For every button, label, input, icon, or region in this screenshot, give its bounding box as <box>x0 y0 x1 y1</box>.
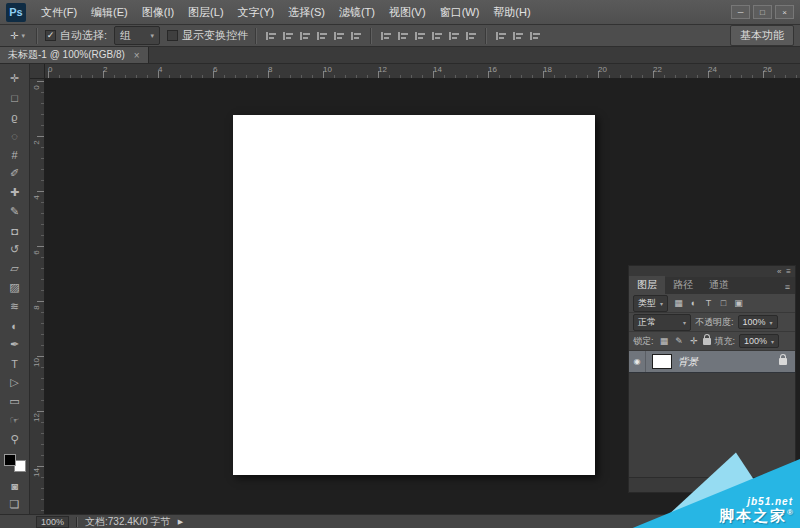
collapse-panels-icon[interactable]: « <box>777 267 781 276</box>
registered-mark: ® <box>787 508 793 517</box>
distribute-vertical-centers-icon[interactable] <box>396 30 410 42</box>
ruler-number: 14 <box>32 468 41 478</box>
crop-tool[interactable]: # <box>3 145 27 164</box>
align-left-edges-icon[interactable] <box>315 30 329 42</box>
ruler-number: 2 <box>103 65 107 74</box>
lock-position-icon[interactable]: ✛ <box>688 335 701 348</box>
marquee-tool[interactable]: □ <box>3 88 27 107</box>
layer-filter-dropdown[interactable]: 类型 ▾ <box>633 295 668 312</box>
tab-layers[interactable]: 图层 <box>629 276 665 294</box>
distribute-vertical-spacing-icon[interactable] <box>511 30 525 42</box>
menu-edit[interactable]: 编辑(E) <box>84 1 135 24</box>
shape-tool[interactable]: ▭ <box>3 392 27 411</box>
move-tool[interactable]: ✛ <box>3 69 27 88</box>
zoom-tool[interactable]: ⚲ <box>3 430 27 449</box>
blend-mode-value: 正常 <box>638 316 656 329</box>
align-right-edges-icon[interactable] <box>349 30 363 42</box>
show-transform-controls-checkbox[interactable]: 显示变换控件 <box>167 28 248 43</box>
layer-row-background[interactable]: ◉ 背景 <box>629 351 795 373</box>
panel-menu-icon[interactable]: ≡ <box>780 282 795 294</box>
menu-layer[interactable]: 图层(L) <box>181 1 230 24</box>
auto-select-checkbox[interactable]: ✓ 自动选择: <box>45 28 107 43</box>
tab-close-icon[interactable]: × <box>134 50 140 61</box>
document-tab-strip: 未标题-1 @ 100%(RGB/8) × <box>0 47 800 64</box>
document-canvas[interactable] <box>233 115 595 475</box>
horizontal-ruler[interactable]: 02468101214161820222426 <box>45 64 800 79</box>
layer-thumbnail[interactable] <box>652 354 672 369</box>
filter-smart-objects-icon[interactable]: ▣ <box>732 297 745 310</box>
filter-adjustment-layers-icon[interactable]: ◐ <box>687 297 700 310</box>
panel-dock-menu-icon[interactable]: ≡ <box>786 267 791 276</box>
menu-window[interactable]: 窗口(W) <box>433 1 487 24</box>
titlebar: Ps 文件(F)编辑(E)图像(I)图层(L)文字(Y)选择(S)滤镜(T)视图… <box>0 0 800 25</box>
menu-view[interactable]: 视图(V) <box>382 1 433 24</box>
ruler-number: 0 <box>48 65 52 74</box>
blend-mode-dropdown[interactable]: 正常 ▾ <box>633 314 691 331</box>
eraser-tool[interactable]: ▱ <box>3 259 27 278</box>
align-vertical-centers-icon[interactable] <box>281 30 295 42</box>
blur-tool[interactable]: ≋ <box>3 297 27 316</box>
quick-selection-tool[interactable]: ◌ <box>3 126 27 145</box>
align-top-edges-icon[interactable] <box>264 30 278 42</box>
opacity-dropdown[interactable]: 100% ▾ <box>738 315 778 329</box>
lock-image-pixels-icon[interactable]: ✎ <box>673 335 686 348</box>
distribute-horizontal-spacing-icon[interactable] <box>494 30 508 42</box>
auto-align-layers-icon[interactable] <box>528 30 542 42</box>
quick-mask-icon[interactable]: ◙ <box>3 476 27 495</box>
filter-pixel-layers-icon[interactable]: ▦ <box>672 297 685 310</box>
layer-filter-icons: ▦◐T□▣ <box>672 297 745 310</box>
filter-shape-layers-icon[interactable]: □ <box>717 297 730 310</box>
menu-type[interactable]: 文字(Y) <box>231 1 282 24</box>
ruler-number: 4 <box>158 65 162 74</box>
fill-value: 100% <box>744 336 767 346</box>
auto-select-target-dropdown[interactable]: 组 ▾ <box>114 26 160 45</box>
path-selection-tool[interactable]: ▷ <box>3 373 27 392</box>
menu-help[interactable]: 帮助(H) <box>486 1 537 24</box>
menu-filter[interactable]: 滤镜(T) <box>332 1 382 24</box>
align-horizontal-centers-icon[interactable] <box>332 30 346 42</box>
healing-brush-tool[interactable]: ✚ <box>3 183 27 202</box>
tool-preset-dropdown[interactable]: ✛ ▾ <box>6 29 29 42</box>
history-brush-tool[interactable]: ↺ <box>3 240 27 259</box>
menu-image[interactable]: 图像(I) <box>135 1 181 24</box>
distribute-top-edges-icon[interactable] <box>379 30 393 42</box>
color-swatches[interactable] <box>4 454 26 472</box>
status-popup-arrow-icon[interactable]: ▶ <box>178 518 183 526</box>
filter-type-layers-icon[interactable]: T <box>702 297 715 310</box>
distribute-right-edges-icon[interactable] <box>464 30 478 42</box>
document-tab[interactable]: 未标题-1 @ 100%(RGB/8) × <box>0 47 149 63</box>
distribute-left-edges-icon[interactable] <box>430 30 444 42</box>
workspace-switcher-button[interactable]: 基本功能 <box>730 25 794 46</box>
minimize-button[interactable]: ─ <box>731 5 750 19</box>
brush-tool[interactable]: ✎ <box>3 202 27 221</box>
menu-file[interactable]: 文件(F) <box>34 1 84 24</box>
align-bottom-edges-icon[interactable] <box>298 30 312 42</box>
maximize-button[interactable]: □ <box>753 5 772 19</box>
distribute-horizontal-centers-icon[interactable] <box>447 30 461 42</box>
lasso-tool[interactable]: ϱ <box>3 107 27 126</box>
menu-select[interactable]: 选择(S) <box>281 1 332 24</box>
type-tool[interactable]: T <box>3 354 27 373</box>
tab-paths[interactable]: 路径 <box>665 276 701 294</box>
layer-name[interactable]: 背景 <box>678 355 779 369</box>
ruler-corner[interactable] <box>30 64 45 79</box>
separator <box>76 517 78 527</box>
distribute-bottom-edges-icon[interactable] <box>413 30 427 42</box>
hand-tool[interactable]: ☞ <box>3 411 27 430</box>
tab-channels[interactable]: 通道 <box>701 276 737 294</box>
lock-transparent-pixels-icon[interactable]: ▦ <box>658 335 671 348</box>
dodge-tool[interactable]: ◐ <box>3 316 27 335</box>
lock-all-icon[interactable] <box>703 338 711 345</box>
ruler-number: 24 <box>708 65 717 74</box>
close-button[interactable]: × <box>775 5 794 19</box>
fill-dropdown[interactable]: 100% ▾ <box>739 334 779 348</box>
screen-mode-icon[interactable]: ❏ <box>3 495 27 514</box>
vertical-ruler[interactable]: 02468101214 <box>30 79 45 514</box>
gradient-tool[interactable]: ▨ <box>3 278 27 297</box>
zoom-level-field[interactable]: 100% <box>36 516 69 528</box>
eyedropper-tool[interactable]: ✐ <box>3 164 27 183</box>
pen-tool[interactable]: ✒ <box>3 335 27 354</box>
clone-stamp-tool[interactable]: ◘ <box>3 221 27 240</box>
foreground-color-swatch[interactable] <box>4 454 16 466</box>
layer-visibility-icon[interactable]: ◉ <box>629 351 646 372</box>
